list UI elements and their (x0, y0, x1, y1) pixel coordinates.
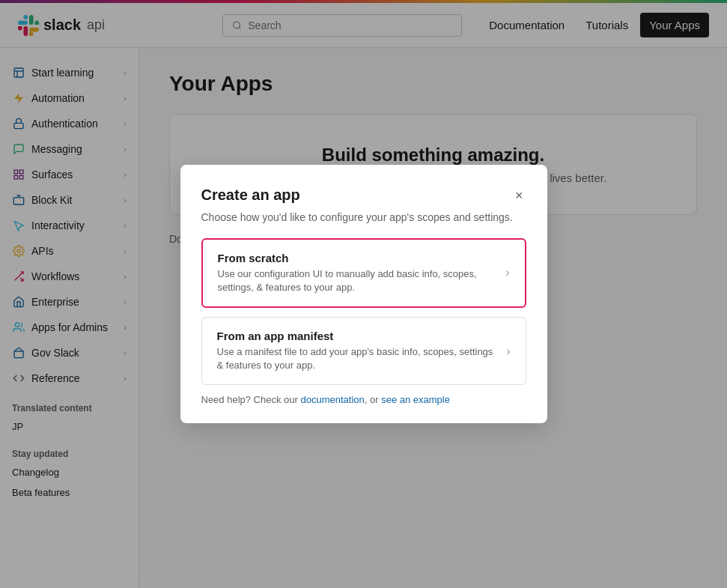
modal-help-example-link[interactable]: see an example (381, 394, 450, 405)
chevron-right-icon: › (505, 266, 509, 279)
modal-header: Create an app × (201, 186, 526, 205)
option-from-scratch-title: From scratch (218, 252, 497, 264)
option-from-scratch-desc: Use our configuration UI to manually add… (218, 267, 497, 294)
chevron-right-icon: › (506, 345, 510, 358)
option-from-manifest[interactable]: From an app manifest Use a manifest file… (201, 317, 526, 385)
modal-close-button[interactable]: × (512, 186, 526, 205)
option-from-scratch-text: From scratch Use our configuration UI to… (218, 252, 497, 294)
modal-overlay[interactable]: Create an app × Choose how you'd like to… (0, 0, 727, 588)
option-from-scratch[interactable]: From scratch Use our configuration UI to… (201, 238, 526, 308)
modal-help-or: , or (365, 394, 381, 405)
create-app-modal: Create an app × Choose how you'd like to… (180, 165, 547, 424)
modal-help-doc-link[interactable]: documentation (300, 394, 364, 405)
modal-help-text: Need help? Check our (201, 394, 301, 405)
option-from-manifest-title: From an app manifest (217, 330, 498, 342)
option-from-manifest-desc: Use a manifest file to add your app's ba… (217, 345, 498, 372)
modal-subtitle: Choose how you'd like to configure your … (201, 211, 526, 223)
modal-title: Create an app (201, 187, 300, 204)
option-from-manifest-text: From an app manifest Use a manifest file… (217, 330, 498, 372)
modal-help: Need help? Check our documentation, or s… (201, 394, 526, 405)
